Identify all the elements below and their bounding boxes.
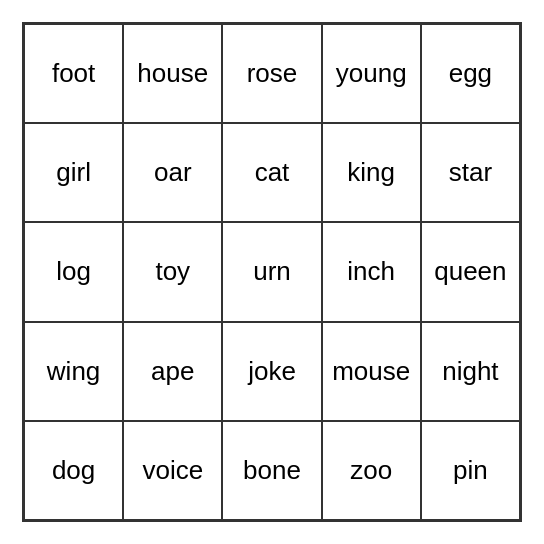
cell-word: ape	[151, 356, 194, 387]
cell-word: toy	[155, 256, 190, 287]
grid-cell-19: night	[421, 322, 520, 421]
grid-cell-1: house	[123, 24, 222, 123]
cell-word: voice	[142, 455, 203, 486]
grid-cell-8: king	[322, 123, 421, 222]
grid-cell-13: inch	[322, 222, 421, 321]
cell-word: mouse	[332, 356, 410, 387]
cell-word: bone	[243, 455, 301, 486]
grid-cell-21: voice	[123, 421, 222, 520]
grid-cell-5: girl	[24, 123, 123, 222]
grid-cell-22: bone	[222, 421, 321, 520]
cell-word: pin	[453, 455, 488, 486]
cell-word: inch	[347, 256, 395, 287]
word-grid: foothouseroseyoungegggirloarcatkingstarl…	[22, 22, 522, 522]
cell-word: urn	[253, 256, 291, 287]
grid-cell-2: rose	[222, 24, 321, 123]
grid-cell-12: urn	[222, 222, 321, 321]
cell-word: king	[347, 157, 395, 188]
cell-word: dog	[52, 455, 95, 486]
cell-word: egg	[449, 58, 492, 89]
grid-cell-3: young	[322, 24, 421, 123]
grid-cell-11: toy	[123, 222, 222, 321]
cell-word: house	[137, 58, 208, 89]
grid-cell-24: pin	[421, 421, 520, 520]
cell-word: night	[442, 356, 498, 387]
cell-word: star	[449, 157, 492, 188]
grid-cell-23: zoo	[322, 421, 421, 520]
grid-cell-15: wing	[24, 322, 123, 421]
grid-cell-18: mouse	[322, 322, 421, 421]
grid-cell-0: foot	[24, 24, 123, 123]
grid-cell-4: egg	[421, 24, 520, 123]
cell-word: queen	[434, 256, 506, 287]
cell-word: oar	[154, 157, 192, 188]
cell-word: girl	[56, 157, 91, 188]
grid-cell-20: dog	[24, 421, 123, 520]
grid-cell-7: cat	[222, 123, 321, 222]
cell-word: joke	[248, 356, 296, 387]
grid-cell-17: joke	[222, 322, 321, 421]
cell-word: foot	[52, 58, 95, 89]
cell-word: young	[336, 58, 407, 89]
cell-word: zoo	[350, 455, 392, 486]
grid-cell-6: oar	[123, 123, 222, 222]
cell-word: log	[56, 256, 91, 287]
grid-cell-16: ape	[123, 322, 222, 421]
grid-cell-9: star	[421, 123, 520, 222]
cell-word: wing	[47, 356, 100, 387]
cell-word: rose	[247, 58, 298, 89]
cell-word: cat	[255, 157, 290, 188]
grid-cell-10: log	[24, 222, 123, 321]
grid-cell-14: queen	[421, 222, 520, 321]
